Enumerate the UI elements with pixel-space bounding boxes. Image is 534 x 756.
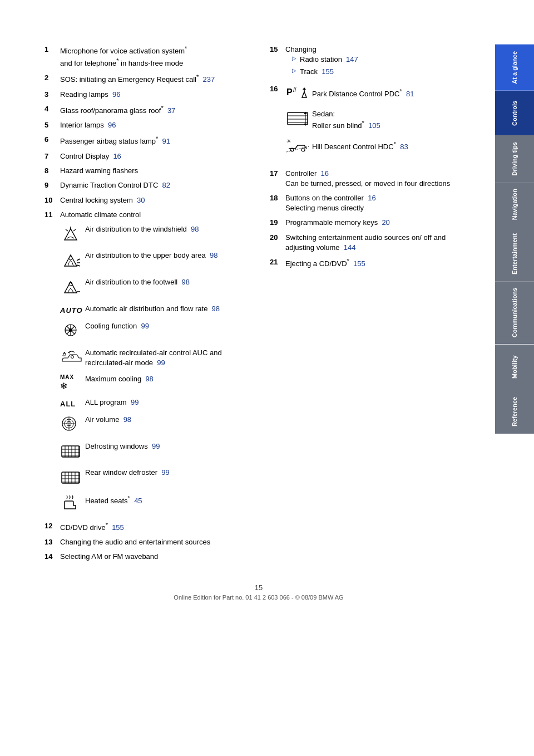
page-link[interactable]: 16 [368,194,375,202]
item-text: Passenger airbag status lamp* 91 [60,135,248,147]
page-link[interactable]: 91 [162,138,170,146]
page-link[interactable]: 99 [157,359,165,367]
sidebar: At a glance Controls Driving tips Naviga… [495,0,534,756]
climate-item: Defrosting windows 99 [60,441,248,463]
sidebar-tab-communications[interactable]: Communications [495,281,534,344]
item-number: 6 [44,135,60,145]
climate-item-text: ALL program 99 [85,397,248,408]
footwell-icon [60,277,85,298]
page-link[interactable]: 98 [191,225,199,233]
page-link[interactable]: 16 [321,169,329,178]
sidebar-tab-at-glance[interactable]: At a glance [495,45,534,91]
page-link[interactable]: 98 [212,305,220,313]
svg-marker-49 [303,87,306,90]
page-link[interactable]: 20 [382,218,389,227]
air-volume-icon [60,415,85,436]
sub-item-text: Track 155 [300,67,334,77]
page-link[interactable]: 98 [181,278,189,286]
climate-item: Cooling function 99 [60,321,248,342]
page-link[interactable]: 98 [210,251,217,259]
svg-line-3 [73,229,76,231]
hdc-item: ✳ Hill Descent Control HDC* 83 [285,136,414,156]
sub-item-text: Radio station 147 [300,55,358,65]
page-link[interactable]: 155 [112,523,124,532]
sub-item: ▷ Radio station 147 [292,55,473,65]
right-column: 15 Changing ▷ Radio station 147 ▷ Track … [270,45,473,567]
page-link[interactable]: 37 [167,106,175,115]
page-link[interactable]: 98 [145,375,153,383]
page-link[interactable]: 237 [202,75,215,84]
list-item: 7 Control Display 16 [44,151,248,161]
list-item: 11 Automatic climate control [44,210,248,220]
auto-icon: AUTO [60,304,85,316]
climate-item-text: Air volume 98 [85,415,248,425]
page-link[interactable]: 83 [400,143,408,151]
page-link[interactable]: 96 [108,121,116,129]
sidebar-tab-controls[interactable]: Controls [495,91,534,135]
item-text: Ejecting a CD/DVD* 155 [285,257,473,269]
climate-item: Rear window defroster 99 [60,468,248,489]
page-link[interactable]: 155 [322,67,334,76]
page-link[interactable]: 82 [162,181,170,189]
item-number: 21 [270,257,285,267]
list-item: 1 Microphone for voice activation system… [44,45,248,68]
hdc-icon: ✳ [285,136,312,156]
climate-item-text: Cooling function 99 [85,321,248,331]
page-wrapper: 1 Microphone for voice activation system… [0,0,534,756]
arrow-icon: ▷ [292,67,296,75]
sidebar-tab-driving[interactable]: Driving tips [495,135,534,183]
item-number: 12 [44,521,60,531]
page-link[interactable]: 16 [113,152,121,160]
list-item: 20 Switching entertainment audio sources… [270,233,473,253]
item-number: 11 [44,210,60,220]
item-text: Changing the audio and entertainment sou… [60,537,248,547]
climate-item: Air distribution to the upper body area … [60,251,248,272]
list-item: 4 Glass roof/panorama glass roof* 37 [44,104,248,116]
climate-item: A Automatic recirculated-air control AUC… [60,348,248,369]
list-item: 15 Changing ▷ Radio station 147 ▷ Track … [270,45,473,80]
climate-item-text: Air distribution to the upper body area … [85,251,248,261]
sidebar-tab-entertainment[interactable]: Entertainment [495,227,534,281]
page-link[interactable]: 155 [353,259,365,268]
arrow-icon: ▷ [292,55,296,62]
list-item: 2 SOS: initiating an Emergency Request c… [44,73,248,85]
left-column: 1 Microphone for voice activation system… [44,45,248,567]
page-link[interactable]: 81 [406,90,414,99]
svg-rect-27 [62,446,80,457]
item-number: 13 [44,537,60,547]
pdc-text: Park Distance Control PDC* 81 [312,87,414,100]
item-number: 3 [44,90,60,100]
page-number: 15 [255,583,263,592]
page-link[interactable]: 45 [134,497,142,505]
item-number: 19 [270,218,285,228]
list-item: 18 Buttons on the controller 16 Selectin… [270,193,473,213]
svg-marker-47 [302,92,306,97]
svg-line-7 [77,265,80,266]
page-link[interactable]: 30 [137,196,145,204]
page-link[interactable]: 144 [344,243,356,252]
page-link[interactable]: 96 [112,90,120,99]
item-text: Selecting AM or FM waveband [60,552,248,562]
item-number: 9 [44,180,60,190]
sidebar-tab-navigation[interactable]: Navigation [495,182,534,227]
defrosting-icon [60,441,85,463]
page-link[interactable]: 98 [123,415,131,424]
item-text: Dynamic Traction Control DTC 82 [60,180,248,190]
svg-line-5 [77,259,80,261]
item-number: 1 [44,45,60,55]
svg-marker-9 [65,282,77,293]
item-text: Reading lamps 96 [60,90,248,100]
sidebar-tab-mobility[interactable]: Mobility [495,345,534,389]
sidebar-tab-reference[interactable]: Reference [495,389,534,434]
page-link[interactable]: 99 [152,442,160,450]
page-link[interactable]: 99 [161,468,169,477]
page-link[interactable]: 105 [368,121,380,130]
svg-rect-36 [62,472,80,483]
svg-marker-0 [65,229,77,240]
page-link[interactable]: 147 [346,55,358,63]
page-link[interactable]: 99 [141,322,149,330]
item-number: 10 [44,195,60,205]
svg-line-2 [66,229,68,231]
page-link[interactable]: 99 [131,398,139,406]
item-text: Interior lamps 96 [60,120,248,130]
